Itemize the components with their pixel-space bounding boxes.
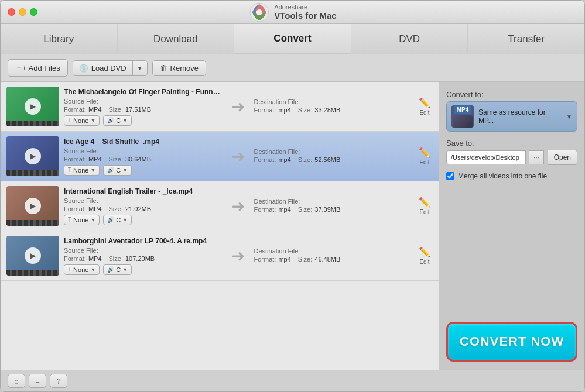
file-source-row-3: Source File: [64, 197, 222, 204]
main-area: ▶ The Michaelangelo Of Finger Painting -… [1, 82, 584, 370]
tab-download[interactable]: Download [118, 24, 235, 54]
right-panel: Convert to: MP4 Same as resource for MP.… [439, 82, 584, 370]
bottom-bar: ⌂ ≡ ? [1, 370, 584, 391]
effect-dropdown-3[interactable]: T None ▼ [64, 215, 100, 225]
file-item-3[interactable]: ▶ International English Trailer - _Ice.m… [1, 181, 439, 231]
edit-button-1[interactable]: ✏️ Edit [416, 95, 433, 118]
file-controls-1: T None ▼ 🔊 C ▼ [64, 115, 222, 126]
app-name-top: Adoreshare [274, 4, 336, 11]
play-button-2[interactable]: ▶ [25, 148, 41, 164]
file-title-2: Ice Age 4__Sid Shuffle_.mp4 [64, 137, 222, 146]
film-strip-1 [6, 121, 59, 126]
convert-to-label: Convert to: [446, 90, 577, 99]
help-icon: ? [56, 377, 60, 386]
save-to-dots-button[interactable]: ··· [529, 150, 543, 164]
home-button[interactable]: ⌂ [8, 374, 25, 388]
arrow-icon-3: ➜ [231, 197, 245, 216]
file-info-4: Lamborghini Aventador LP 700-4. A re.mp4… [64, 237, 222, 275]
effect-dropdown-1[interactable]: T None ▼ [64, 115, 100, 126]
minimize-button[interactable] [19, 8, 26, 16]
maximize-button[interactable] [30, 8, 37, 16]
arrow-icon-1: ➜ [231, 97, 245, 116]
toolbar: ＋ + Add Files 💿 Load DVD ▼ 🗑 Remove [1, 54, 584, 82]
film-strip-3 [6, 220, 59, 226]
convert-to-button[interactable]: MP4 Same as resource for MP... ▼ [446, 101, 577, 132]
file-controls-2: T None ▼ 🔊 C ▼ [64, 165, 222, 176]
file-item-4[interactable]: ▶ Lamborghini Aventador LP 700-4. A re.m… [1, 231, 439, 281]
save-to-row: /Users/develop/Desktop ··· Open [446, 150, 577, 165]
add-files-button[interactable]: ＋ + Add Files [8, 59, 68, 77]
file-info-1: The Michaelangelo Of Finger Painting - F… [64, 88, 222, 126]
crop-dropdown-2[interactable]: 🔊 C ▼ [103, 165, 132, 176]
app-name-main: VTools for Mac [274, 11, 336, 20]
format-badge: MP4 [454, 105, 472, 114]
edit-button-3[interactable]: ✏️ Edit [416, 194, 433, 218]
file-item-1[interactable]: ▶ The Michaelangelo Of Finger Painting -… [1, 82, 439, 132]
play-button-3[interactable]: ▶ [25, 198, 41, 214]
crop-dropdown-4[interactable]: 🔊 C ▼ [103, 264, 132, 275]
load-dvd-arrow[interactable]: ▼ [133, 61, 147, 75]
dest-info-1: Destination File: Format: mp4 Size: 33.2… [254, 98, 412, 115]
file-title-1: The Michaelangelo Of Finger Painting - F… [64, 88, 222, 96]
convert-to-arrow-icon: ▼ [566, 114, 572, 120]
merge-checkbox[interactable] [446, 172, 454, 180]
file-list: ▶ The Michaelangelo Of Finger Painting -… [1, 82, 439, 370]
file-source-meta-1: Format: MP4 Size: 17.51MB [64, 106, 222, 113]
effect-dropdown-4[interactable]: T None ▼ [64, 264, 100, 275]
dest-source-meta-2: Format: mp4 Size: 52.56MB [254, 156, 412, 163]
file-title-3: International English Trailer - _Ice.mp4 [64, 187, 222, 195]
dest-source-meta-4: Format: mp4 Size: 46.48MB [254, 256, 412, 263]
edit-icon-4: ✏️ [419, 246, 430, 257]
traffic-lights [8, 8, 37, 16]
tab-convert[interactable]: Convert [234, 24, 351, 54]
app-window: Adoreshare VTools for Mac Library Downlo… [0, 0, 585, 392]
film-strip-2 [6, 170, 59, 176]
merge-label: Merge all videos into one file [458, 172, 547, 180]
home-icon: ⌂ [14, 377, 19, 386]
dvd-icon: 💿 [79, 64, 88, 73]
convert-now-button[interactable]: CONVERT NOW [446, 322, 577, 362]
app-name-block: Adoreshare VTools for Mac [274, 4, 336, 20]
file-source-row-2: Source File: [64, 147, 222, 154]
effect-dropdown-2[interactable]: T None ▼ [64, 165, 100, 176]
tab-dvd[interactable]: DVD [351, 24, 468, 54]
dest-info-2: Destination File: Format: mp4 Size: 52.5… [254, 148, 412, 164]
load-dvd-main[interactable]: 💿 Load DVD [73, 61, 133, 75]
save-to-section: Save to: /Users/develop/Desktop ··· Open [446, 139, 577, 165]
play-button-4[interactable]: ▶ [25, 247, 41, 264]
file-controls-3: T None ▼ 🔊 C ▼ [64, 215, 222, 225]
dest-info-3: Destination File: Format: mp4 Size: 37.0… [254, 198, 412, 214]
crop-dropdown-1[interactable]: 🔊 C ▼ [103, 115, 132, 126]
merge-row: Merge all videos into one file [446, 172, 577, 180]
save-to-label: Save to: [446, 139, 577, 147]
edit-button-4[interactable]: ✏️ Edit [416, 244, 433, 267]
crop-dropdown-3[interactable]: 🔊 C ▼ [103, 215, 132, 225]
file-thumb-2: ▶ [6, 136, 59, 176]
file-source-meta-2: Format: MP4 Size: 30.64MB [64, 156, 222, 163]
load-dvd-button[interactable]: 💿 Load DVD ▼ [73, 60, 148, 76]
edit-button-2[interactable]: ✏️ Edit [416, 145, 433, 168]
remove-button[interactable]: 🗑 Remove [152, 60, 206, 76]
dest-source-meta-3: Format: mp4 Size: 37.09MB [254, 206, 412, 213]
dest-source-row-4: Destination File: [254, 247, 412, 255]
trash-icon: 🗑 [160, 64, 167, 73]
dest-source-meta-1: Format: mp4 Size: 33.28MB [254, 106, 412, 114]
dest-info-4: Destination File: Format: mp4 Size: 46.4… [254, 247, 412, 264]
file-item-2[interactable]: ▶ Ice Age 4__Sid Shuffle_.mp4 Source Fil… [1, 132, 439, 181]
file-info-3: International English Trailer - _Ice.mp4… [64, 187, 222, 225]
file-info-2: Ice Age 4__Sid Shuffle_.mp4 Source File:… [64, 137, 222, 176]
edit-icon-3: ✏️ [419, 197, 430, 208]
close-button[interactable] [8, 8, 15, 16]
arrow-icon-2: ➜ [231, 147, 245, 166]
file-source-row-1: Source File: [64, 98, 222, 105]
film-strip-4 [6, 270, 59, 276]
list-button[interactable]: ≡ [29, 374, 46, 388]
format-thumb: MP4 [451, 105, 474, 128]
help-button[interactable]: ? [50, 374, 67, 388]
convert-to-section: Convert to: MP4 Same as resource for MP.… [446, 90, 577, 132]
play-button-1[interactable]: ▶ [25, 98, 41, 115]
arrow-icon-4: ➜ [231, 246, 245, 266]
open-button[interactable]: Open [548, 150, 577, 165]
tab-transfer[interactable]: Transfer [468, 24, 584, 54]
tab-library[interactable]: Library [1, 24, 118, 54]
